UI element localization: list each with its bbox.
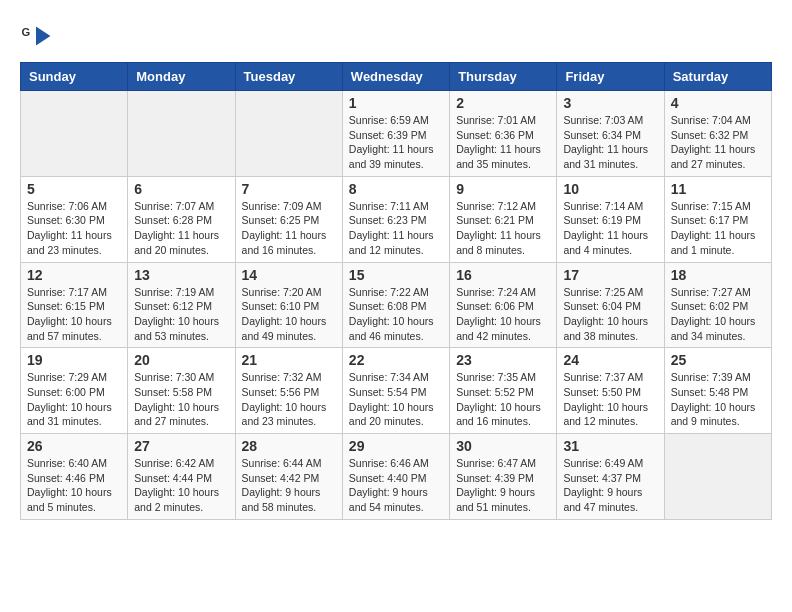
calendar-cell: 13Sunrise: 7:19 AMSunset: 6:12 PMDayligh… bbox=[128, 262, 235, 348]
day-number: 7 bbox=[242, 181, 336, 197]
calendar-cell: 27Sunrise: 6:42 AMSunset: 4:44 PMDayligh… bbox=[128, 434, 235, 520]
day-number: 20 bbox=[134, 352, 228, 368]
day-info: Sunrise: 7:01 AMSunset: 6:36 PMDaylight:… bbox=[456, 113, 550, 172]
calendar-cell: 17Sunrise: 7:25 AMSunset: 6:04 PMDayligh… bbox=[557, 262, 664, 348]
svg-marker-1 bbox=[36, 26, 50, 45]
day-number: 15 bbox=[349, 267, 443, 283]
logo-icon: G bbox=[20, 20, 52, 52]
header-row: SundayMondayTuesdayWednesdayThursdayFrid… bbox=[21, 63, 772, 91]
day-info: Sunrise: 7:14 AMSunset: 6:19 PMDaylight:… bbox=[563, 199, 657, 258]
calendar-cell: 3Sunrise: 7:03 AMSunset: 6:34 PMDaylight… bbox=[557, 91, 664, 177]
day-info: Sunrise: 6:44 AMSunset: 4:42 PMDaylight:… bbox=[242, 456, 336, 515]
calendar-cell: 9Sunrise: 7:12 AMSunset: 6:21 PMDaylight… bbox=[450, 176, 557, 262]
calendar-cell: 11Sunrise: 7:15 AMSunset: 6:17 PMDayligh… bbox=[664, 176, 771, 262]
day-number: 3 bbox=[563, 95, 657, 111]
calendar-cell bbox=[235, 91, 342, 177]
day-info: Sunrise: 6:59 AMSunset: 6:39 PMDaylight:… bbox=[349, 113, 443, 172]
day-info: Sunrise: 7:35 AMSunset: 5:52 PMDaylight:… bbox=[456, 370, 550, 429]
day-number: 6 bbox=[134, 181, 228, 197]
header-sunday: Sunday bbox=[21, 63, 128, 91]
day-info: Sunrise: 7:25 AMSunset: 6:04 PMDaylight:… bbox=[563, 285, 657, 344]
day-info: Sunrise: 7:32 AMSunset: 5:56 PMDaylight:… bbox=[242, 370, 336, 429]
svg-text:G: G bbox=[22, 26, 31, 38]
calendar-cell: 4Sunrise: 7:04 AMSunset: 6:32 PMDaylight… bbox=[664, 91, 771, 177]
header-friday: Friday bbox=[557, 63, 664, 91]
day-info: Sunrise: 7:04 AMSunset: 6:32 PMDaylight:… bbox=[671, 113, 765, 172]
day-info: Sunrise: 7:37 AMSunset: 5:50 PMDaylight:… bbox=[563, 370, 657, 429]
day-info: Sunrise: 7:22 AMSunset: 6:08 PMDaylight:… bbox=[349, 285, 443, 344]
day-info: Sunrise: 7:06 AMSunset: 6:30 PMDaylight:… bbox=[27, 199, 121, 258]
calendar-cell: 23Sunrise: 7:35 AMSunset: 5:52 PMDayligh… bbox=[450, 348, 557, 434]
day-number: 14 bbox=[242, 267, 336, 283]
calendar-cell: 2Sunrise: 7:01 AMSunset: 6:36 PMDaylight… bbox=[450, 91, 557, 177]
day-number: 23 bbox=[456, 352, 550, 368]
page-header: G bbox=[20, 20, 772, 52]
day-number: 11 bbox=[671, 181, 765, 197]
day-info: Sunrise: 7:11 AMSunset: 6:23 PMDaylight:… bbox=[349, 199, 443, 258]
calendar-cell: 24Sunrise: 7:37 AMSunset: 5:50 PMDayligh… bbox=[557, 348, 664, 434]
day-info: Sunrise: 6:49 AMSunset: 4:37 PMDaylight:… bbox=[563, 456, 657, 515]
day-number: 9 bbox=[456, 181, 550, 197]
calendar-cell: 12Sunrise: 7:17 AMSunset: 6:15 PMDayligh… bbox=[21, 262, 128, 348]
day-number: 19 bbox=[27, 352, 121, 368]
day-info: Sunrise: 7:03 AMSunset: 6:34 PMDaylight:… bbox=[563, 113, 657, 172]
day-info: Sunrise: 7:19 AMSunset: 6:12 PMDaylight:… bbox=[134, 285, 228, 344]
day-info: Sunrise: 7:29 AMSunset: 6:00 PMDaylight:… bbox=[27, 370, 121, 429]
day-number: 22 bbox=[349, 352, 443, 368]
calendar-cell: 26Sunrise: 6:40 AMSunset: 4:46 PMDayligh… bbox=[21, 434, 128, 520]
day-info: Sunrise: 7:15 AMSunset: 6:17 PMDaylight:… bbox=[671, 199, 765, 258]
calendar-cell: 1Sunrise: 6:59 AMSunset: 6:39 PMDaylight… bbox=[342, 91, 449, 177]
calendar-cell bbox=[128, 91, 235, 177]
day-number: 18 bbox=[671, 267, 765, 283]
day-info: Sunrise: 7:27 AMSunset: 6:02 PMDaylight:… bbox=[671, 285, 765, 344]
day-number: 21 bbox=[242, 352, 336, 368]
calendar-cell: 6Sunrise: 7:07 AMSunset: 6:28 PMDaylight… bbox=[128, 176, 235, 262]
day-number: 16 bbox=[456, 267, 550, 283]
calendar-cell: 8Sunrise: 7:11 AMSunset: 6:23 PMDaylight… bbox=[342, 176, 449, 262]
header-saturday: Saturday bbox=[664, 63, 771, 91]
day-number: 1 bbox=[349, 95, 443, 111]
day-info: Sunrise: 6:42 AMSunset: 4:44 PMDaylight:… bbox=[134, 456, 228, 515]
day-info: Sunrise: 7:12 AMSunset: 6:21 PMDaylight:… bbox=[456, 199, 550, 258]
day-info: Sunrise: 7:34 AMSunset: 5:54 PMDaylight:… bbox=[349, 370, 443, 429]
calendar-cell: 29Sunrise: 6:46 AMSunset: 4:40 PMDayligh… bbox=[342, 434, 449, 520]
header-monday: Monday bbox=[128, 63, 235, 91]
calendar-cell: 15Sunrise: 7:22 AMSunset: 6:08 PMDayligh… bbox=[342, 262, 449, 348]
calendar-cell: 19Sunrise: 7:29 AMSunset: 6:00 PMDayligh… bbox=[21, 348, 128, 434]
day-number: 8 bbox=[349, 181, 443, 197]
calendar-cell: 22Sunrise: 7:34 AMSunset: 5:54 PMDayligh… bbox=[342, 348, 449, 434]
calendar-table: SundayMondayTuesdayWednesdayThursdayFrid… bbox=[20, 62, 772, 520]
day-number: 26 bbox=[27, 438, 121, 454]
day-number: 30 bbox=[456, 438, 550, 454]
calendar-cell: 7Sunrise: 7:09 AMSunset: 6:25 PMDaylight… bbox=[235, 176, 342, 262]
header-wednesday: Wednesday bbox=[342, 63, 449, 91]
day-number: 29 bbox=[349, 438, 443, 454]
calendar-cell: 18Sunrise: 7:27 AMSunset: 6:02 PMDayligh… bbox=[664, 262, 771, 348]
calendar-cell: 25Sunrise: 7:39 AMSunset: 5:48 PMDayligh… bbox=[664, 348, 771, 434]
day-info: Sunrise: 7:17 AMSunset: 6:15 PMDaylight:… bbox=[27, 285, 121, 344]
calendar-cell: 10Sunrise: 7:14 AMSunset: 6:19 PMDayligh… bbox=[557, 176, 664, 262]
week-row-3: 19Sunrise: 7:29 AMSunset: 6:00 PMDayligh… bbox=[21, 348, 772, 434]
calendar-cell: 21Sunrise: 7:32 AMSunset: 5:56 PMDayligh… bbox=[235, 348, 342, 434]
week-row-1: 5Sunrise: 7:06 AMSunset: 6:30 PMDaylight… bbox=[21, 176, 772, 262]
week-row-4: 26Sunrise: 6:40 AMSunset: 4:46 PMDayligh… bbox=[21, 434, 772, 520]
day-info: Sunrise: 7:09 AMSunset: 6:25 PMDaylight:… bbox=[242, 199, 336, 258]
day-number: 12 bbox=[27, 267, 121, 283]
day-info: Sunrise: 7:30 AMSunset: 5:58 PMDaylight:… bbox=[134, 370, 228, 429]
day-info: Sunrise: 6:47 AMSunset: 4:39 PMDaylight:… bbox=[456, 456, 550, 515]
day-number: 28 bbox=[242, 438, 336, 454]
day-number: 24 bbox=[563, 352, 657, 368]
day-number: 17 bbox=[563, 267, 657, 283]
day-info: Sunrise: 7:20 AMSunset: 6:10 PMDaylight:… bbox=[242, 285, 336, 344]
calendar-cell bbox=[664, 434, 771, 520]
calendar-cell: 31Sunrise: 6:49 AMSunset: 4:37 PMDayligh… bbox=[557, 434, 664, 520]
week-row-0: 1Sunrise: 6:59 AMSunset: 6:39 PMDaylight… bbox=[21, 91, 772, 177]
day-number: 25 bbox=[671, 352, 765, 368]
day-number: 4 bbox=[671, 95, 765, 111]
calendar-cell: 14Sunrise: 7:20 AMSunset: 6:10 PMDayligh… bbox=[235, 262, 342, 348]
day-info: Sunrise: 7:07 AMSunset: 6:28 PMDaylight:… bbox=[134, 199, 228, 258]
day-number: 27 bbox=[134, 438, 228, 454]
day-number: 31 bbox=[563, 438, 657, 454]
day-number: 5 bbox=[27, 181, 121, 197]
logo: G bbox=[20, 20, 54, 52]
